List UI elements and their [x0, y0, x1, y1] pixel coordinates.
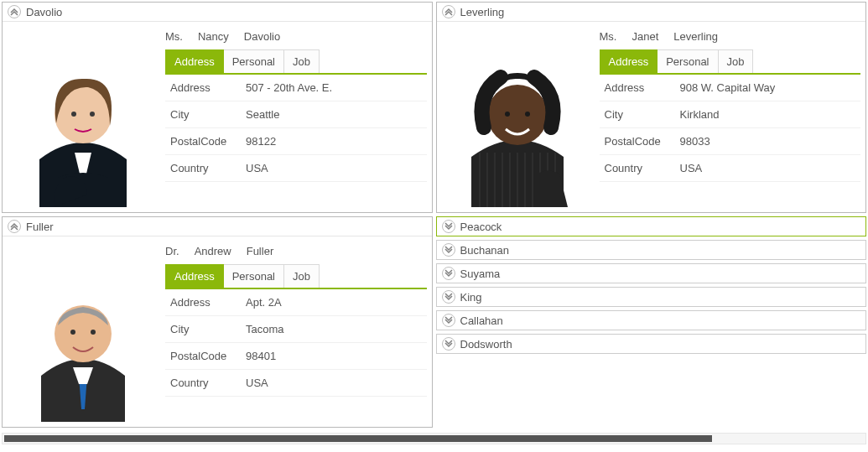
accordion-item: Fuller Dr. Andrew Fuller Address Perso — [2, 216, 433, 428]
accordion-title: Buchanan — [460, 244, 510, 257]
scrollbar-thumb[interactable] — [4, 435, 712, 442]
collapse-toggle[interactable] — [8, 5, 21, 18]
label-city: City — [165, 101, 241, 128]
accordion-item: Davolio Ms. Nancy Davolio Address Person… — [2, 2, 433, 213]
value-address: 908 W. Capital Way — [675, 75, 861, 101]
svg-point-9 — [70, 330, 75, 335]
accordion-body: Ms. Nancy Davolio Address Personal Job A… — [3, 21, 432, 212]
accordion-item: Peacock — [436, 216, 867, 236]
svg-point-25 — [525, 112, 530, 117]
accordion-body: Dr. Andrew Fuller Address Personal Job A… — [3, 236, 432, 427]
accordion-item: King — [436, 287, 867, 307]
accordion-header[interactable]: Peacock — [437, 217, 866, 236]
tab-address[interactable]: Address — [165, 49, 224, 73]
accordion-container: Davolio Ms. Nancy Davolio Address Person… — [2, 2, 866, 428]
accordion-header[interactable]: Leverling — [437, 3, 866, 21]
svg-point-24 — [505, 112, 510, 117]
detail-tabs: Address Personal Job — [600, 49, 861, 75]
label-address: Address — [165, 75, 241, 101]
accordion-title: Peacock — [460, 221, 502, 233]
svg-point-23 — [487, 85, 548, 145]
collapse-toggle[interactable] — [442, 5, 455, 18]
employee-photo — [442, 27, 593, 207]
label-postal: PostalCode — [165, 128, 241, 155]
tab-job[interactable]: Job — [284, 264, 320, 288]
employee-name: Ms. Janet Leverling — [600, 27, 861, 49]
value-postal: 98033 — [675, 128, 861, 155]
label-country: Country — [165, 155, 241, 182]
accordion-header[interactable]: Davolio — [3, 3, 432, 21]
accordion-header[interactable]: Fuller — [3, 217, 432, 236]
expand-toggle[interactable] — [442, 220, 455, 233]
accordion-item: Leverling Ms. Janet Leverling Addr — [436, 2, 867, 213]
employee-photo — [8, 27, 159, 207]
address-grid: Address908 W. Capital Way CityKirkland P… — [600, 75, 861, 182]
accordion-title: King — [460, 291, 482, 304]
accordion-header[interactable]: Buchanan — [437, 241, 866, 259]
expand-toggle[interactable] — [442, 337, 455, 351]
svg-point-8 — [55, 305, 112, 362]
svg-point-10 — [91, 330, 96, 335]
accordion-item: Buchanan — [436, 240, 867, 260]
value-postal: 98122 — [241, 128, 427, 155]
horizontal-scrollbar[interactable] — [2, 433, 866, 444]
expand-toggle[interactable] — [442, 243, 455, 257]
collapse-toggle[interactable] — [8, 220, 21, 233]
value-country: USA — [241, 155, 427, 182]
tab-job[interactable]: Job — [284, 49, 320, 73]
tab-personal[interactable]: Personal — [224, 49, 284, 73]
employee-photo — [8, 242, 159, 422]
tab-personal[interactable]: Personal — [224, 264, 284, 288]
svg-point-3 — [71, 112, 76, 117]
accordion-header[interactable]: Callahan — [437, 311, 866, 330]
value-address: 507 - 20th Ave. E. — [241, 75, 427, 101]
expand-toggle[interactable] — [442, 267, 455, 280]
value-city: Seattle — [241, 101, 427, 128]
value-postal: 98401 — [241, 343, 427, 370]
accordion-title: Suyama — [460, 268, 501, 280]
accordion-item: Dodsworth — [436, 334, 867, 354]
expand-toggle[interactable] — [442, 314, 455, 327]
value-country: USA — [241, 370, 427, 397]
accordion-header[interactable]: King — [437, 288, 866, 306]
label-city: City — [600, 101, 675, 128]
label-address: Address — [600, 75, 675, 101]
label-city: City — [165, 316, 241, 343]
accordion-body: Ms. Janet Leverling Address Personal Job… — [437, 21, 866, 212]
accordion-title: Davolio — [26, 6, 62, 18]
accordion-title: Callahan — [460, 314, 503, 327]
tab-address[interactable]: Address — [165, 264, 224, 288]
expand-toggle[interactable] — [442, 290, 455, 304]
employee-name: Dr. Andrew Fuller — [165, 242, 427, 264]
accordion-item: Callahan — [436, 310, 867, 330]
tab-personal[interactable]: Personal — [657, 49, 718, 73]
accordion-title: Leverling — [460, 6, 505, 18]
value-country: USA — [675, 155, 861, 182]
accordion-header[interactable]: Dodsworth — [437, 335, 866, 353]
label-country: Country — [600, 155, 675, 182]
accordion-header[interactable]: Suyama — [437, 264, 866, 283]
value-city: Tacoma — [241, 316, 427, 343]
accordion-item: Suyama — [436, 263, 867, 283]
accordion-title: Fuller — [26, 221, 54, 233]
label-postal: PostalCode — [165, 343, 241, 370]
tab-job[interactable]: Job — [719, 49, 754, 73]
value-address: Apt. 2A — [241, 289, 427, 316]
label-country: Country — [165, 370, 241, 397]
label-postal: PostalCode — [600, 128, 675, 155]
value-city: Kirkland — [675, 101, 861, 128]
label-address: Address — [165, 289, 241, 316]
address-grid: Address507 - 20th Ave. E. CitySeattle Po… — [165, 75, 427, 182]
address-grid: AddressApt. 2A CityTacoma PostalCode9840… — [165, 289, 427, 397]
tab-address[interactable]: Address — [600, 49, 658, 73]
detail-tabs: Address Personal Job — [165, 49, 427, 75]
svg-point-4 — [90, 112, 95, 117]
detail-tabs: Address Personal Job — [165, 264, 427, 289]
employee-name: Ms. Nancy Davolio — [165, 27, 427, 49]
accordion-title: Dodsworth — [460, 338, 512, 351]
